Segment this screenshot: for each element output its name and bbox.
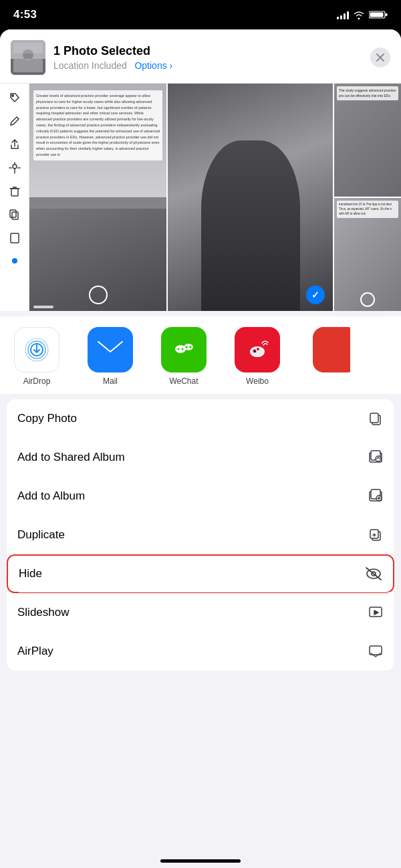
duplicate-label: Duplicate bbox=[17, 528, 65, 542]
copy3-icon bbox=[9, 232, 21, 246]
status-icons bbox=[337, 10, 388, 19]
share-icon bbox=[9, 138, 21, 152]
svg-rect-2 bbox=[386, 13, 388, 16]
pencil-icon bbox=[9, 115, 21, 129]
right-text-overlay-1: The study suggests advanced practice pro… bbox=[337, 86, 398, 100]
location-icon bbox=[9, 162, 21, 176]
duplicate-icon bbox=[368, 527, 384, 543]
blue-dot bbox=[12, 258, 17, 263]
photos-area: Greater levels of advanced practice prov… bbox=[29, 84, 401, 311]
photo-strip: Greater levels of advanced practice prov… bbox=[0, 84, 401, 311]
svg-marker-51 bbox=[374, 611, 378, 615]
svg-point-22 bbox=[178, 348, 180, 350]
svg-point-10 bbox=[13, 165, 17, 169]
svg-rect-14 bbox=[11, 233, 19, 243]
checkmark: ✓ bbox=[311, 290, 319, 300]
app-weibo[interactable]: Weibo bbox=[221, 327, 294, 386]
app-wechat[interactable]: WeChat bbox=[147, 327, 221, 386]
copy-photo-icon bbox=[368, 411, 384, 427]
action-duplicate[interactable]: Duplicate bbox=[7, 516, 394, 554]
status-bar: 4:53 bbox=[0, 0, 401, 29]
weibo-icon bbox=[235, 327, 280, 372]
app-mail[interactable]: Mail bbox=[74, 327, 147, 386]
shared-album-icon bbox=[368, 449, 384, 465]
apps-section: AirDrop Mail bbox=[0, 316, 401, 394]
svg-point-24 bbox=[186, 346, 188, 348]
airdrop-icon bbox=[14, 327, 59, 372]
add-shared-album-label: Add to Shared Album bbox=[17, 451, 125, 464]
svg-point-9 bbox=[11, 95, 13, 96]
action-slideshow[interactable]: Slideshow bbox=[7, 593, 394, 632]
airplay-label: AirPlay bbox=[17, 645, 53, 658]
svg-point-21 bbox=[184, 344, 193, 350]
action-add-shared-album[interactable]: Add to Shared Album bbox=[7, 438, 394, 477]
svg-point-32 bbox=[322, 336, 349, 363]
svg-rect-1 bbox=[370, 13, 384, 17]
svg-rect-13 bbox=[10, 210, 16, 217]
mail-label: Mail bbox=[103, 376, 118, 386]
share-sheet: 1 Photo Selected Location Included Optio… bbox=[0, 29, 401, 868]
selection-circle-1 bbox=[89, 286, 108, 304]
svg-rect-4 bbox=[11, 59, 45, 75]
photo-card-3-top[interactable]: The study suggests advanced practice pro… bbox=[334, 84, 401, 197]
partial-app-icon bbox=[313, 327, 350, 372]
scroll-indicator bbox=[33, 306, 53, 308]
svg-rect-11 bbox=[11, 189, 18, 196]
svg-point-31 bbox=[251, 348, 263, 356]
wifi-icon bbox=[353, 10, 365, 19]
action-copy-photo[interactable]: Copy Photo bbox=[7, 399, 394, 438]
action-add-album[interactable]: Add to Album bbox=[7, 477, 394, 516]
app-more-partial[interactable] bbox=[294, 327, 350, 386]
photo-card-3-bottom[interactable]: translated into 15 la The App is not des… bbox=[334, 198, 401, 311]
svg-rect-6 bbox=[13, 43, 43, 53]
status-time: 4:53 bbox=[13, 8, 37, 21]
location-label: Location Included bbox=[53, 60, 127, 71]
action-hide[interactable]: Hide bbox=[7, 554, 394, 593]
trash-icon bbox=[9, 185, 21, 199]
tag-icon bbox=[9, 92, 21, 106]
app-airdrop[interactable]: AirDrop bbox=[0, 327, 74, 386]
person-silhouette bbox=[201, 140, 300, 311]
actions-list: Copy Photo Add to Shared Album Add to Al… bbox=[7, 399, 394, 671]
right-text-overlay-2: translated into 15 la The App is not des… bbox=[337, 201, 398, 218]
add-album-label: Add to Album bbox=[17, 490, 85, 503]
options-link[interactable]: Options › bbox=[134, 60, 172, 71]
battery-icon bbox=[369, 10, 388, 19]
close-button[interactable] bbox=[370, 47, 390, 68]
home-indicator bbox=[160, 859, 241, 863]
svg-point-37 bbox=[376, 456, 381, 461]
weibo-label: Weibo bbox=[246, 376, 269, 386]
airplay-icon bbox=[368, 643, 384, 659]
copy-photo-label: Copy Photo bbox=[17, 412, 77, 425]
airdrop-label: AirDrop bbox=[23, 376, 51, 386]
add-album-icon bbox=[368, 488, 384, 504]
photo-text-overlay: Greater levels of advanced practice prov… bbox=[33, 90, 162, 160]
header-title: 1 Photo Selected bbox=[53, 44, 362, 59]
svg-rect-12 bbox=[12, 212, 18, 219]
photo-card-1[interactable]: Greater levels of advanced practice prov… bbox=[29, 84, 166, 311]
svg-point-23 bbox=[182, 348, 184, 350]
copy2-icon bbox=[9, 209, 21, 223]
apps-row: AirDrop Mail bbox=[0, 327, 401, 386]
hide-label: Hide bbox=[19, 567, 42, 580]
share-header: 1 Photo Selected Location Included Optio… bbox=[0, 29, 401, 84]
photo-toolbar bbox=[0, 84, 29, 311]
header-text: 1 Photo Selected Location Included Optio… bbox=[53, 44, 362, 71]
slideshow-label: Slideshow bbox=[17, 606, 70, 619]
selection-check: ✓ bbox=[306, 286, 325, 304]
header-subtitle: Location Included Options › bbox=[53, 60, 362, 71]
photo-card-2[interactable]: ✓ bbox=[168, 84, 333, 311]
svg-rect-18 bbox=[97, 340, 124, 360]
slideshow-icon bbox=[368, 605, 384, 621]
hide-icon bbox=[365, 566, 382, 581]
svg-point-25 bbox=[190, 346, 192, 348]
action-airplay[interactable]: AirPlay bbox=[7, 632, 394, 671]
right-photo-column: The study suggests advanced practice pro… bbox=[334, 84, 401, 311]
signal-icon bbox=[337, 10, 349, 19]
wechat-label: WeChat bbox=[169, 376, 198, 386]
mail-icon bbox=[88, 327, 133, 372]
wechat-icon bbox=[161, 327, 207, 372]
selection-circle-2 bbox=[360, 292, 375, 307]
photo-thumbnail bbox=[11, 40, 45, 75]
svg-rect-34 bbox=[370, 413, 378, 423]
